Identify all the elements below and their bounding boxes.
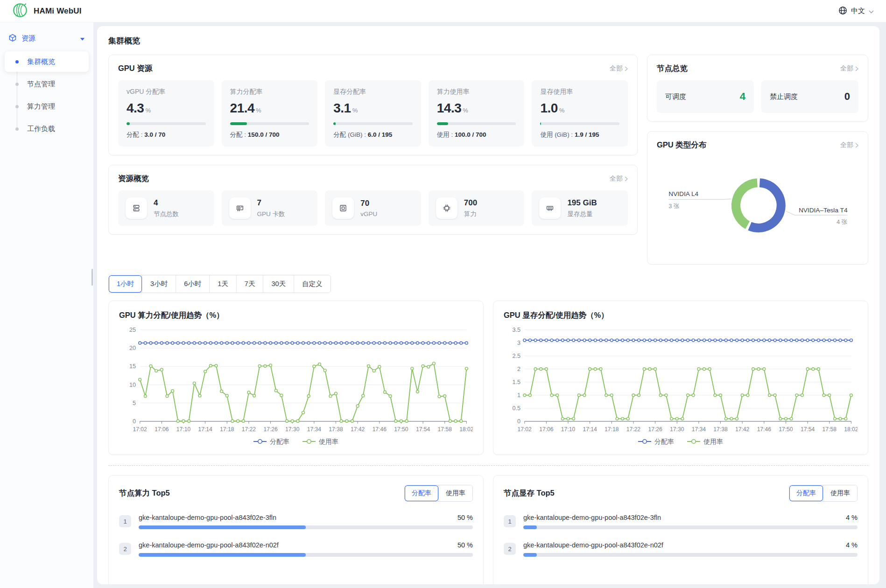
- series-marker: [318, 342, 321, 344]
- sidebar: 资源 集群概览节点管理算力管理工作负载: [0, 22, 93, 588]
- series-marker: [302, 342, 305, 344]
- top5-row-header: gke-kantaloupe-demo-gpu-pool-a843f02e-n0…: [523, 541, 858, 549]
- x-tick-label: 17:10: [176, 426, 191, 433]
- resource-stat-value: 195 GiB: [567, 198, 597, 208]
- time-range-tab[interactable]: 30天: [263, 275, 294, 293]
- legend-item[interactable]: 分配率: [253, 438, 289, 446]
- series-marker: [231, 420, 234, 422]
- series-marker: [422, 342, 424, 344]
- series-marker: [833, 417, 836, 420]
- series-marker: [730, 339, 733, 342]
- series-marker: [605, 394, 608, 397]
- gpu-type-all-link[interactable]: 全部: [840, 141, 858, 149]
- y-tick-label: 5: [133, 400, 136, 406]
- stat-label: 算力分配率: [230, 88, 309, 96]
- series-marker: [795, 339, 798, 342]
- gpu-stat-card: 算力使用率14.3%使用 : 100.0 / 700: [429, 80, 525, 147]
- rank-badge: 2: [119, 543, 131, 555]
- top5-memory-title: 节点显存 Top5: [504, 488, 555, 498]
- legend-item[interactable]: 使用率: [302, 438, 338, 446]
- stat-label: 显存使用率: [540, 88, 619, 96]
- main-wrap: 集群概览 GPU 资源 全部 vGPU 分配: [93, 22, 886, 588]
- legend-label: 使用率: [319, 438, 338, 446]
- y-tick-label: 3: [517, 340, 520, 346]
- time-range-tab[interactable]: 6小时: [176, 275, 209, 293]
- legend-item[interactable]: 使用率: [687, 438, 723, 446]
- sidebar-item[interactable]: 工作负载: [5, 119, 89, 139]
- node-overview-all-link[interactable]: 全部: [840, 64, 858, 73]
- language-selector[interactable]: 中文: [838, 6, 874, 16]
- node-progress-track: [523, 553, 858, 557]
- time-range-tab[interactable]: 3小时: [142, 275, 176, 293]
- stat-value: 1.0%: [540, 101, 619, 116]
- x-tick-label: 17:30: [670, 426, 684, 433]
- top-header: HAMi WebUI 中文: [0, 0, 886, 22]
- stat-caption: 分配 : 3.0 / 70: [127, 131, 206, 139]
- resource-overview-all-link[interactable]: 全部: [610, 175, 628, 183]
- gpu-resources-title: GPU 资源: [118, 63, 152, 74]
- series-marker: [215, 342, 218, 344]
- series-marker: [785, 339, 788, 342]
- series-marker: [746, 394, 749, 397]
- series-marker: [198, 394, 201, 397]
- series-marker: [589, 368, 591, 371]
- gpu-type-donut-chart: NVIDIA L43 张NVIDIA–Tesla T44 张: [657, 157, 858, 254]
- series-marker: [703, 368, 706, 371]
- series-marker: [675, 339, 678, 342]
- sidebar-item[interactable]: 集群概览: [5, 51, 89, 72]
- resource-stat-label: GPU 卡数: [257, 210, 285, 218]
- top5-toggle-button[interactable]: 分配率: [405, 485, 438, 501]
- x-tick-label: 17:38: [329, 426, 343, 433]
- y-tick-label: 1.5: [512, 379, 520, 385]
- caret-down-icon[interactable]: [80, 35, 85, 42]
- gpu-type-card: GPU 类型分布 全部 NVIDIA L43 张NVIDIA–Tesla T44…: [647, 131, 868, 265]
- gpu-stat-card: 算力分配率21.4%分配 : 150.0 / 700: [222, 80, 318, 147]
- series-marker: [411, 367, 414, 370]
- node-progress-track: [523, 525, 858, 529]
- chevron-right-icon: [625, 176, 628, 182]
- top5-toggle-button[interactable]: 分配率: [789, 485, 823, 501]
- sidebar-item[interactable]: 节点管理: [5, 74, 89, 94]
- time-range-tab[interactable]: 1天: [209, 275, 236, 293]
- series-marker: [313, 365, 316, 368]
- series-marker: [351, 420, 354, 422]
- series-marker: [149, 364, 152, 367]
- all-link-label: 全部: [610, 175, 623, 183]
- series-marker: [806, 368, 809, 371]
- series-marker: [155, 370, 158, 372]
- gpu-resources-all-link[interactable]: 全部: [610, 64, 628, 73]
- top5-row-main: gke-kantaloupe-demo-gpu-pool-a843f02e-3f…: [139, 514, 473, 529]
- series-marker: [594, 339, 597, 342]
- time-range-tab[interactable]: 7天: [236, 275, 263, 293]
- y-tick-label: 1: [517, 392, 520, 399]
- gpu-card-icon: [229, 197, 251, 219]
- top5-toggle-button[interactable]: 使用率: [823, 485, 857, 501]
- sidebar-item-label: 节点管理: [27, 80, 55, 89]
- top5-toggle-button[interactable]: 使用率: [438, 485, 472, 501]
- stat-progress-track: [333, 122, 413, 125]
- donut-slice-name: NVIDIA–Tesla T4: [799, 207, 848, 214]
- x-tick-label: 17:10: [561, 426, 576, 433]
- series-marker: [367, 364, 370, 367]
- gpu-stat-card: 显存分配率3.1%分配 (GiB) : 6.0 / 195: [325, 80, 421, 147]
- x-tick-label: 17:50: [394, 426, 408, 433]
- time-range-tab[interactable]: 1小时: [109, 275, 142, 293]
- sidebar-item-label: 工作负载: [27, 125, 55, 133]
- series-marker: [302, 411, 305, 414]
- sidebar-resize-handle[interactable]: [91, 269, 93, 286]
- legend-item[interactable]: 分配率: [638, 438, 674, 446]
- time-range-tab[interactable]: 自定义: [294, 275, 330, 293]
- series-marker: [605, 339, 608, 342]
- series-marker: [166, 342, 169, 344]
- series-marker: [296, 342, 299, 344]
- compute-icon: [436, 197, 457, 219]
- sidebar-group-resources[interactable]: 资源: [5, 29, 89, 48]
- series-marker: [362, 394, 365, 397]
- series-marker: [209, 342, 212, 344]
- series-marker: [773, 394, 776, 397]
- resource-stat-value: 70: [360, 199, 377, 208]
- sidebar-item[interactable]: 算力管理: [5, 96, 89, 117]
- series-marker: [844, 339, 847, 342]
- series-marker: [583, 339, 586, 342]
- app-root: HAMi WebUI 中文: [0, 0, 886, 588]
